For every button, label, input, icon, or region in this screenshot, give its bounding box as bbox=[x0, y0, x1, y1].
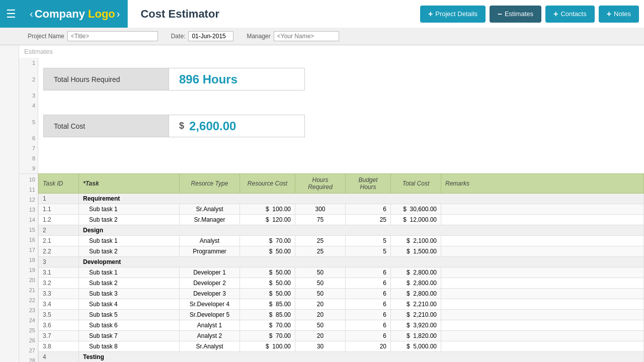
table-row: 3.8 Sub task 8 Sr.Analyst $ 100.00 30 20… bbox=[39, 341, 644, 352]
table-row: 3.7 Sub task 7 Analyst 2 $ 70.00 20 6 $ … bbox=[39, 331, 644, 341]
cell-id: 1.2 bbox=[39, 215, 79, 225]
cell-total: $ 30,600.00 bbox=[391, 204, 441, 215]
row-num-2: 2 bbox=[19, 68, 38, 90]
cell-id: 3.7 bbox=[39, 331, 79, 341]
row-num-10: 10 bbox=[19, 173, 38, 185]
cost-table: Task ID *Task Resorce Type Resource Cost… bbox=[38, 173, 644, 362]
cell-id: 3.6 bbox=[39, 320, 79, 331]
cell-cost: $ 50.00 bbox=[240, 278, 295, 289]
col-resource-type: Resorce Type bbox=[180, 174, 240, 194]
cell-total: $ 2,210.00 bbox=[391, 299, 441, 310]
cell-cost: $ 70.00 bbox=[240, 331, 295, 341]
cell-hours: 50 bbox=[295, 278, 346, 289]
plus-icon: + bbox=[428, 10, 433, 19]
table-row: 2.1 Sub task 1 Analyst $ 70.00 25 5 $ 2,… bbox=[39, 236, 644, 246]
cell-resource: Sr.Developer 4 bbox=[180, 299, 240, 310]
cell-total: $ 2,800.00 bbox=[391, 267, 441, 278]
cell-id: 2 bbox=[39, 225, 79, 236]
main-spreadsheet: Estimates 1 2 3 4 5 6 7 8 9 Total Hours … bbox=[19, 45, 644, 362]
date-label: Date: bbox=[171, 33, 186, 40]
cell-remarks bbox=[441, 289, 644, 299]
cell-resource: Analyst 2 bbox=[180, 331, 240, 341]
app-title: Cost Estimator bbox=[128, 0, 415, 28]
cell-cost: $ 120.00 bbox=[240, 215, 295, 225]
header-buttons: + Project Details – Estimates + Contacts… bbox=[415, 0, 644, 28]
row-num-9: 9 bbox=[19, 163, 38, 173]
table-row: 2.2 Sub task 2 Programmer $ 50.00 25 5 $… bbox=[39, 246, 644, 257]
cell-task: Sub task 2 bbox=[79, 278, 180, 289]
cell-id: 3.4 bbox=[39, 299, 79, 310]
row-num-14: 14 bbox=[19, 215, 38, 225]
logo-chevron-left-icon: ‹ bbox=[30, 8, 33, 20]
table-row: 3 Development bbox=[39, 257, 644, 267]
cell-cost: $ 70.00 bbox=[240, 236, 295, 246]
cell-hours: 50 bbox=[295, 267, 346, 278]
row-num-5: 5 bbox=[19, 111, 38, 133]
cell-hours: 25 bbox=[295, 246, 346, 257]
cell-remarks bbox=[441, 320, 644, 331]
cell-id: 3.1 bbox=[39, 267, 79, 278]
row-num-12: 12 bbox=[19, 195, 38, 205]
cell-id: 3.8 bbox=[39, 341, 79, 352]
cell-budget: 6 bbox=[346, 278, 391, 289]
date-input[interactable] bbox=[188, 31, 233, 41]
cell-remarks bbox=[441, 236, 644, 246]
cell-budget: 6 bbox=[346, 299, 391, 310]
cell-budget: 6 bbox=[346, 310, 391, 320]
cell-cost: $ 100.00 bbox=[240, 341, 295, 352]
table-row: 1 Requirement bbox=[39, 194, 644, 204]
cell-cost: $ 50.00 bbox=[240, 289, 295, 299]
col-task-id: Task ID bbox=[39, 174, 79, 194]
table-row: 3.1 Sub task 1 Developer 1 $ 50.00 50 6 … bbox=[39, 267, 644, 278]
table-row: 3.5 Sub task 5 Sr.Developer 5 $ 85.00 20… bbox=[39, 310, 644, 320]
sub-header: Project Name Date: Manager bbox=[0, 28, 644, 45]
cell-task: Sub task 1 bbox=[79, 204, 180, 215]
row-num-18: 18 bbox=[19, 255, 38, 265]
title-input[interactable] bbox=[67, 31, 158, 41]
cell-task: Sub task 8 bbox=[79, 341, 180, 352]
cell-remarks bbox=[441, 215, 644, 225]
cell-task: Sub task 6 bbox=[79, 320, 180, 331]
manager-input[interactable] bbox=[274, 31, 339, 41]
total-cost-box: Total Cost $ 2,600.00 bbox=[43, 115, 305, 137]
logo-text: Company Logo bbox=[35, 8, 115, 21]
header: ☰ ‹ Company Logo › Cost Estimator + Proj… bbox=[0, 0, 644, 28]
manager-label: Manager bbox=[247, 33, 270, 40]
cell-id: 3.2 bbox=[39, 278, 79, 289]
table-row: 4 Testing bbox=[39, 352, 644, 363]
logo-area: ‹ Company Logo › bbox=[22, 0, 128, 28]
cell-hours: 20 bbox=[295, 331, 346, 341]
cell-task: Sub task 1 bbox=[79, 236, 180, 246]
notes-button[interactable]: + Notes bbox=[599, 6, 639, 23]
cell-task: Testing bbox=[79, 352, 644, 363]
cell-id: 1.1 bbox=[39, 204, 79, 215]
cell-budget: 6 bbox=[346, 204, 391, 215]
cell-resource: Developer 1 bbox=[180, 267, 240, 278]
plus-icon-3: + bbox=[607, 10, 611, 19]
plus-icon-2: + bbox=[553, 10, 558, 19]
cell-cost: $ 100.00 bbox=[240, 204, 295, 215]
row-num-20: 20 bbox=[19, 275, 38, 285]
col-hours-required: Hours Required bbox=[295, 174, 346, 194]
cell-task: Development bbox=[79, 257, 644, 267]
estimates-button[interactable]: – Estimates bbox=[490, 6, 541, 23]
cell-hours: 20 bbox=[295, 310, 346, 320]
row-num-25: 25 bbox=[19, 325, 38, 335]
col-task: *Task bbox=[79, 174, 180, 194]
row-num-16: 16 bbox=[19, 235, 38, 245]
cell-task: Sub task 3 bbox=[79, 289, 180, 299]
cell-budget: 20 bbox=[346, 341, 391, 352]
project-details-button[interactable]: + Project Details bbox=[420, 6, 486, 23]
row-num-23: 23 bbox=[19, 305, 38, 315]
total-cost-value: $ 2,600.00 bbox=[169, 115, 305, 137]
cell-task: Sub task 7 bbox=[79, 331, 180, 341]
total-hours-value: 896 Hours bbox=[169, 68, 305, 90]
cell-total: $ 1,820.00 bbox=[391, 331, 441, 341]
cell-task: Sub task 2 bbox=[79, 215, 180, 225]
cell-total: $ 2,210.00 bbox=[391, 310, 441, 320]
cell-resource: Analyst 1 bbox=[180, 320, 240, 331]
cell-remarks bbox=[441, 278, 644, 289]
table-row: 3.2 Sub task 2 Developer 2 $ 50.00 50 6 … bbox=[39, 278, 644, 289]
contacts-button[interactable]: + Contacts bbox=[545, 6, 595, 23]
menu-button[interactable]: ☰ bbox=[0, 8, 22, 21]
